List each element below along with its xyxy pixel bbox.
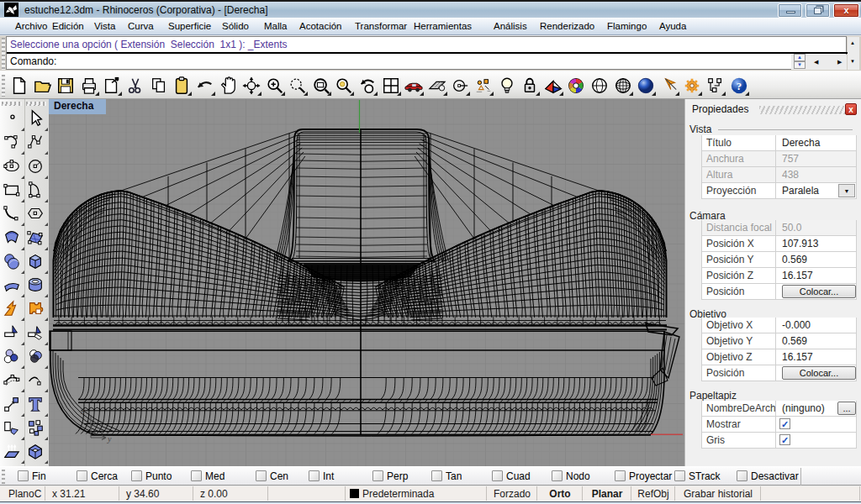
svg-text:?: ? [736,81,741,92]
svg-text:z: z [80,407,84,416]
svg-text:y: y [107,434,112,444]
